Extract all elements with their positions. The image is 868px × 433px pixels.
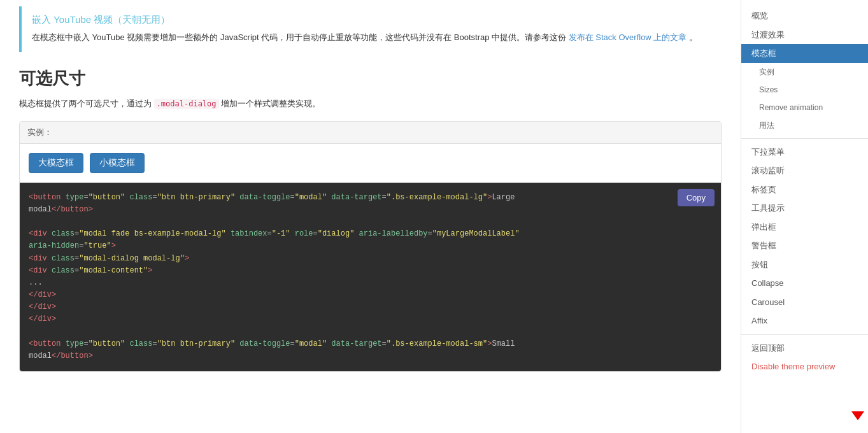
youtube-section: 嵌入 YouTube 视频（天朝无用） 在模态框中嵌入 YouTube 视频需要…: [19, 6, 722, 52]
copy-button[interactable]: Copy: [678, 189, 715, 206]
small-modal-button[interactable]: 小模态框: [90, 153, 145, 173]
code-line: <div class="modal-content">: [29, 265, 712, 277]
large-modal-button[interactable]: 大模态框: [29, 153, 83, 173]
code-line: [29, 326, 712, 338]
sidebar-item-13[interactable]: 按钮: [741, 255, 868, 274]
section-desc: 模态框提供了两个可选尺寸，通过为 .modal-dialog 增加一个样式调整类…: [19, 97, 722, 111]
youtube-desc: 在模态框中嵌入 YouTube 视频需要增加一些额外的 JavaScript 代…: [32, 31, 711, 45]
example-box: 实例： 大模态框 小模态框 Copy <button type="button"…: [19, 121, 722, 373]
sidebar-item-1[interactable]: 过渡效果: [741, 25, 868, 45]
sidebar-item-9[interactable]: 标签页: [741, 180, 868, 199]
sidebar-item-11[interactable]: 弹出框: [741, 218, 868, 237]
sidebar-item-0[interactable]: 概览: [741, 6, 868, 25]
sidebar-item-16[interactable]: Affix: [741, 311, 868, 330]
code-block: Copy <button type="button" class="btn bt…: [20, 183, 721, 372]
sidebar-items: 概览过渡效果模态框实例SizesRemove animation用法下拉菜单滚动…: [741, 6, 868, 376]
sidebar-item-12[interactable]: 警告框: [741, 236, 868, 255]
sidebar-item-17[interactable]: 返回顶部: [741, 339, 868, 358]
sidebar-item-8[interactable]: 滚动监听: [741, 161, 868, 180]
stackoverflow-link[interactable]: 发布在 Stack Overflow 上的文章: [569, 32, 687, 42]
sidebar-item-2[interactable]: 模态框: [741, 44, 868, 63]
scroll-down-arrow: [851, 411, 864, 420]
sidebar-divider: [741, 138, 868, 139]
inline-code: .modal-dialog: [154, 99, 219, 109]
code-line: modal</button>: [29, 350, 712, 362]
code-line: aria-hidden="true">: [29, 240, 712, 252]
sidebar-divider: [741, 334, 868, 335]
code-line: [29, 216, 712, 228]
sidebar-item-4[interactable]: Sizes: [741, 81, 868, 99]
sidebar-item-3[interactable]: 实例: [741, 63, 868, 81]
sidebar-item-15[interactable]: Carousel: [741, 293, 868, 312]
example-buttons: 大模态框 小模态框: [20, 144, 721, 183]
sidebar-item-7[interactable]: 下拉菜单: [741, 143, 868, 162]
sidebar-item-10[interactable]: 工具提示: [741, 199, 868, 218]
code-line: </div>: [29, 289, 712, 301]
youtube-title: 嵌入 YouTube 视频（天朝无用）: [32, 14, 711, 26]
sidebar-item-18[interactable]: Disable theme preview: [741, 357, 868, 376]
sidebar-item-14[interactable]: Collapse: [741, 274, 868, 293]
code-line: </div>: [29, 313, 712, 325]
sidebar: 概览过渡效果模态框实例SizesRemove animation用法下拉菜单滚动…: [741, 0, 868, 433]
code-lines: <button type="button" class="btn btn-pri…: [29, 192, 712, 363]
code-line: ...: [29, 277, 712, 289]
sidebar-item-6[interactable]: 用法: [741, 117, 868, 134]
section-title: 可选尺寸: [19, 67, 722, 90]
code-line: </div>: [29, 301, 712, 313]
sidebar-item-5[interactable]: Remove animation: [741, 99, 868, 117]
example-label: 实例：: [20, 122, 721, 144]
code-line: modal</button>: [29, 204, 712, 216]
code-line: <div class="modal fade bs-example-modal-…: [29, 228, 712, 240]
main-content: 嵌入 YouTube 视频（天朝无用） 在模态框中嵌入 YouTube 视频需要…: [0, 0, 741, 433]
code-line: <button type="button" class="btn btn-pri…: [29, 338, 712, 350]
code-line: <button type="button" class="btn btn-pri…: [29, 192, 712, 204]
code-line: <div class="modal-dialog modal-lg">: [29, 253, 712, 265]
